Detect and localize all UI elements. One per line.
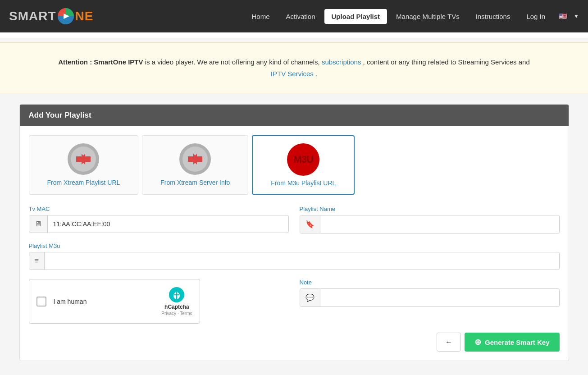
- hcaptcha-icon: [169, 287, 185, 303]
- tv-mac-input[interactable]: [48, 216, 288, 232]
- form-group-note: Note 💬: [300, 279, 560, 307]
- attention-after-link2: .: [315, 70, 317, 78]
- card-body: From Xtream Playlist URL From Xtream Ser…: [20, 126, 569, 361]
- generate-plus-icon: ⊕: [474, 337, 481, 347]
- comment-icon: 💬: [300, 289, 320, 306]
- dropdown-icon: ▼: [574, 13, 579, 19]
- note-input-wrapper: 💬: [300, 288, 560, 307]
- tv-mac-input-wrapper: 🖥: [29, 215, 289, 233]
- logo-text-part2: NE: [75, 9, 94, 23]
- playlist-card: Add Your Playlist From Xtream Playlist U…: [19, 104, 569, 361]
- note-input[interactable]: [320, 290, 559, 306]
- tab-m3u-playlist-url[interactable]: M3U From M3u Playlist URL: [252, 135, 355, 195]
- logo-icon: [57, 8, 74, 25]
- attention-after-link1: , content or any thing related to Stream…: [363, 58, 530, 66]
- logo-text-part1: SMART: [9, 9, 56, 23]
- attention-link-subscriptions[interactable]: subscriptions: [322, 58, 361, 66]
- back-button[interactable]: ←: [437, 333, 461, 352]
- tab-xtream-server-info-label: From Xtream Server Info: [160, 179, 230, 186]
- attention-link-iptv[interactable]: IPTV Services: [271, 70, 314, 78]
- navbar: SMART NE Home Activation Upload Playlist…: [0, 0, 588, 32]
- nav-home[interactable]: Home: [244, 9, 277, 24]
- form-group-tv-mac: Tv MAC 🖥: [29, 206, 289, 233]
- form-row-2: Playlist M3u ≡: [29, 242, 560, 270]
- tab-xtream-server-info[interactable]: From Xtream Server Info: [142, 135, 248, 195]
- back-icon: ←: [445, 338, 452, 346]
- form-group-playlist-m3u: Playlist M3u ≡: [29, 242, 560, 270]
- playlist-m3u-input-wrapper: ≡: [29, 252, 560, 270]
- nav-flag[interactable]: 🇺🇸: [554, 9, 572, 24]
- monitor-icon: 🖥: [29, 215, 48, 233]
- playlist-name-label: Playlist Name: [300, 206, 560, 212]
- note-label: Note: [300, 279, 560, 286]
- nav-login[interactable]: Log In: [519, 9, 552, 24]
- captcha-label: I am human: [54, 298, 155, 305]
- captcha-links[interactable]: Privacy · Terms: [161, 311, 192, 316]
- nav-instructions[interactable]: Instructions: [469, 9, 518, 24]
- playlist-tabs: From Xtream Playlist URL From Xtream Ser…: [29, 135, 560, 195]
- list-icon: ≡: [29, 252, 45, 270]
- buttons-row: ← ⊕ Generate Smart Key: [29, 333, 560, 352]
- captcha-logo-area: hCaptcha Privacy · Terms: [161, 287, 192, 316]
- form-group-captcha: I am human hCaptcha Privacy · Terms: [29, 279, 289, 324]
- nav-activation[interactable]: Activation: [278, 9, 322, 24]
- spacer-top: [0, 32, 588, 38]
- generate-smart-key-button[interactable]: ⊕ Generate Smart Key: [465, 333, 559, 352]
- generate-label: Generate Smart Key: [485, 338, 549, 346]
- attention-bold: Attention : SmartOne IPTV: [58, 58, 143, 66]
- form-row-1: Tv MAC 🖥 Playlist Name 🔖: [29, 206, 560, 233]
- tab-xtream-playlist-url[interactable]: From Xtream Playlist URL: [29, 135, 139, 195]
- attention-middle-text: is a video player. We are not offering a…: [145, 58, 322, 66]
- m3u-icon: M3U: [287, 143, 319, 176]
- playlist-m3u-label: Playlist M3u: [29, 242, 560, 249]
- playlist-name-input[interactable]: [320, 216, 559, 233]
- captcha-box: I am human hCaptcha Privacy · Terms: [29, 279, 200, 324]
- playlist-m3u-input[interactable]: [45, 253, 559, 269]
- navbar-links: Home Activation Upload Playlist Manage M…: [244, 9, 579, 24]
- playlist-name-input-wrapper: 🔖: [300, 215, 560, 233]
- attention-banner: Attention : SmartOne IPTV is a video pla…: [0, 42, 588, 93]
- captcha-brand: hCaptcha: [164, 304, 189, 310]
- nav-manage-tvs[interactable]: Manage Multiple TVs: [389, 9, 467, 24]
- nav-upload-playlist[interactable]: Upload Playlist: [324, 9, 387, 24]
- tab-m3u-playlist-url-label: From M3u Playlist URL: [271, 179, 336, 187]
- captcha-checkbox[interactable]: [36, 297, 46, 306]
- form-group-playlist-name: Playlist Name 🔖: [300, 206, 560, 233]
- tab-xtream-playlist-url-label: From Xtream Playlist URL: [47, 179, 120, 186]
- card-header: Add Your Playlist: [20, 105, 569, 126]
- bookmark-icon: 🔖: [300, 215, 320, 233]
- logo: SMART NE: [9, 8, 93, 25]
- xtream-server-icon: [179, 143, 211, 175]
- tv-mac-label: Tv MAC: [29, 206, 289, 212]
- form-row-3: I am human hCaptcha Privacy · Terms: [29, 279, 560, 324]
- xtream-playlist-icon: [67, 143, 100, 175]
- main-content: Add Your Playlist From Xtream Playlist U…: [10, 104, 578, 361]
